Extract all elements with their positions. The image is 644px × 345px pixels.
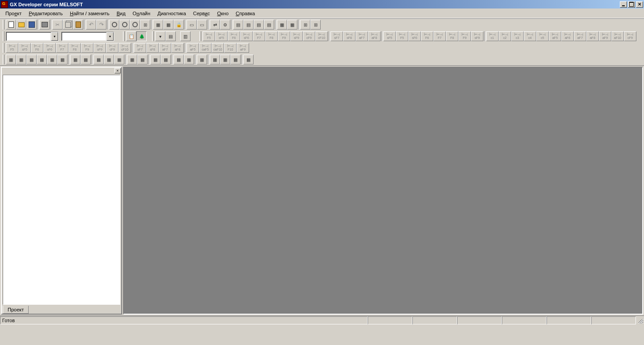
zoom-a-button[interactable]: ▤ [233, 20, 243, 30]
ladder-F9-button[interactable]: ⊢⊣F9 [458, 31, 471, 41]
sfc-button[interactable]: ▦ [137, 55, 148, 64]
menu-help[interactable]: Справка [232, 10, 258, 17]
ladder-aF7-button[interactable]: ⊢⊣aF7 [159, 43, 171, 53]
menu-find[interactable]: Найти / заменить [66, 10, 113, 17]
ladder-cF9-button[interactable]: ⊢⊣cF9 [624, 31, 636, 41]
toolbar-grip[interactable] [199, 31, 201, 41]
convert-button[interactable]: ⇄ [210, 20, 220, 30]
menu-diagnostics[interactable]: Диагностика [154, 10, 190, 17]
ladder-c4-button[interactable]: ⊢⊣c4 [524, 31, 536, 41]
zoom-c-button[interactable]: ▤ [254, 20, 264, 30]
ladder-F7-button[interactable]: ⊢⊣F7 [433, 31, 446, 41]
sfc-button[interactable]: ▦ [127, 55, 137, 64]
ladder-c2-button[interactable]: ⊢⊣c2 [499, 31, 511, 41]
ladder-c1-button[interactable]: ⊢⊣c1 [486, 31, 499, 41]
menu-service[interactable]: Сервис [190, 10, 214, 17]
ladder-aF9-button[interactable]: ⊢⊣aF9 [599, 31, 611, 41]
cut-button[interactable] [52, 20, 63, 30]
ladder-caF5-button[interactable]: ⊢⊣caF5 [199, 43, 212, 53]
ladder-sF8-button[interactable]: ⊢⊣sF8 [146, 43, 159, 53]
sfc-button[interactable]: ▦ [184, 55, 194, 64]
sfc-button[interactable]: ▦ [104, 55, 114, 64]
ladder-aF7-button[interactable]: ⊢⊣aF7 [574, 31, 586, 41]
dropdown-icon[interactable] [106, 32, 114, 41]
monitor-b-button[interactable]: ▭ [197, 20, 207, 30]
ladder-F5-button[interactable]: ⊢⊣F5 [6, 43, 18, 53]
menu-window[interactable]: Окно [213, 10, 232, 17]
cross-ref-button[interactable]: ⊞ [140, 20, 150, 30]
copy-button[interactable] [63, 20, 73, 30]
save-button[interactable] [26, 20, 37, 30]
device-combo[interactable] [61, 32, 114, 41]
tab-project[interactable]: Проект [3, 306, 29, 314]
ladder-F6-button[interactable]: ⊢⊣F6 [421, 31, 433, 41]
toolbar-grip[interactable] [3, 20, 4, 30]
ladder-F7-button[interactable]: ⊢⊣F7 [56, 43, 68, 53]
menu-view[interactable]: Вид [113, 10, 129, 17]
sfc-button[interactable]: ▦ [197, 55, 207, 64]
ladder-F10-button[interactable]: ⊢⊣F10 [224, 43, 237, 53]
ladder-c5-button[interactable]: ⊢⊣c5 [536, 31, 549, 41]
ladder-F5-button[interactable]: ⊢⊣F5 [203, 31, 215, 41]
ladder-caF10-button[interactable]: ⊢⊣caF10 [212, 43, 224, 53]
find-next-button[interactable] [119, 20, 130, 30]
ladder-sF6-button[interactable]: ⊢⊣sF6 [240, 31, 253, 41]
sfc-button[interactable]: ▦ [220, 55, 230, 64]
menu-edit[interactable]: Редактировать [25, 10, 66, 17]
win-d-button[interactable]: ⊞ [310, 20, 321, 30]
resize-grip-icon[interactable] [636, 316, 644, 324]
view-list-button[interactable]: 📋 [126, 31, 136, 41]
sfc-button[interactable]: ▦ [174, 55, 184, 64]
sfc-button[interactable]: ▦ [37, 55, 47, 64]
sfc-button[interactable]: ▦ [161, 55, 171, 64]
sfc-button[interactable]: ▦ [80, 55, 91, 64]
sfc-button[interactable]: ▦ [230, 55, 241, 64]
ladder-c3-button[interactable]: ⊢⊣c3 [511, 31, 524, 41]
menu-online[interactable]: Онлайн [129, 10, 154, 17]
menu-project[interactable]: Проект [2, 10, 25, 17]
ladder-aF5-button[interactable]: ⊢⊣aF5 [186, 43, 199, 53]
close-button[interactable] [636, 1, 643, 8]
network-c-button[interactable]: ▥ [180, 31, 191, 41]
ladder-aF7-button[interactable]: ⊢⊣aF7 [356, 31, 368, 41]
view-tree-button[interactable]: 🌲 [136, 31, 147, 41]
ladder-sF6-button[interactable]: ⊢⊣sF6 [408, 31, 421, 41]
win-a-button[interactable]: ▦ [277, 20, 287, 30]
ladder-sF8-button[interactable]: ⊢⊣sF8 [343, 31, 356, 41]
ladder-F8-button[interactable]: ⊢⊣F8 [68, 43, 81, 53]
ladder-sF9-button[interactable]: ⊢⊣sF9 [471, 31, 483, 41]
ladder-cF9-button[interactable]: ⊢⊣cF9 [106, 43, 119, 53]
ladder-F5-button[interactable]: ⊢⊣F5 [396, 31, 408, 41]
toolbar-grip[interactable] [3, 55, 4, 64]
program-combo[interactable] [6, 32, 59, 41]
ladder-sF7-button[interactable]: ⊢⊣sF7 [330, 31, 343, 41]
sfc-button[interactable]: ▦ [70, 55, 80, 64]
ladder-F7-button[interactable]: ⊢⊣F7 [253, 31, 265, 41]
dropdown-icon[interactable] [51, 32, 58, 41]
ladder-aF5-button[interactable]: ⊢⊣aF5 [549, 31, 561, 41]
ladder-F9-button[interactable]: ⊢⊣F9 [81, 43, 93, 53]
tool-c-button[interactable]: 🔒 [174, 20, 184, 30]
ladder-cF10-button[interactable]: ⊢⊣cF10 [315, 31, 328, 41]
ladder-cF10-button[interactable]: ⊢⊣cF10 [119, 43, 131, 53]
paste-button[interactable] [73, 20, 83, 30]
ladder-aF8-button[interactable]: ⊢⊣aF8 [586, 31, 599, 41]
network-a-button[interactable]: ▾ [155, 31, 165, 41]
tool-a-button[interactable]: ▦ [153, 20, 163, 30]
win-b-button[interactable]: ▦ [287, 20, 297, 30]
toolbar-grip[interactable] [3, 43, 4, 53]
find-button[interactable] [109, 20, 119, 30]
toolbar-grip[interactable] [152, 31, 154, 41]
undo-button[interactable] [86, 20, 96, 30]
ladder-aF9-button[interactable]: ⊢⊣aF9 [237, 43, 249, 53]
zoom-d-button[interactable]: ▤ [264, 20, 274, 30]
sfc-button[interactable]: ▦ [47, 55, 57, 64]
print-button[interactable] [39, 20, 50, 30]
new-button[interactable] [6, 20, 16, 30]
ladder-sF7-button[interactable]: ⊢⊣sF7 [134, 43, 146, 53]
ladder-F9-button[interactable]: ⊢⊣F9 [278, 31, 290, 41]
ladder-sF6-button[interactable]: ⊢⊣sF6 [43, 43, 56, 53]
ladder-aF8-button[interactable]: ⊢⊣aF8 [171, 43, 184, 53]
sfc-button[interactable]: ▦ [26, 55, 37, 64]
sfc-button[interactable]: ▦ [243, 55, 254, 64]
